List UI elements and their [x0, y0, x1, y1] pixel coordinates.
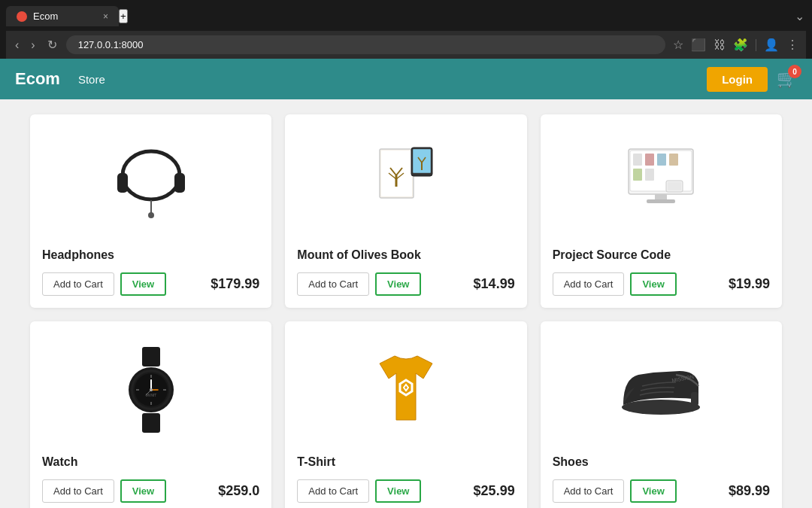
product-card-mount-of-olives-book: Mount of Olives Book Add to Cart View $1… — [285, 114, 526, 308]
browser-tabs: Ecom × + ⌄ — [6, 6, 806, 26]
tab-label: Ecom — [33, 11, 58, 22]
forward-button[interactable]: › — [28, 37, 38, 53]
product-name-mount-of-olives-book: Mount of Olives Book — [297, 248, 514, 262]
extensions-icon[interactable]: 🧩 — [732, 36, 750, 53]
address-bar[interactable] — [66, 35, 665, 54]
product-price-project-source-code: $19.99 — [729, 276, 770, 292]
navbar-right: Login 🛒 0 — [707, 67, 797, 92]
svg-point-4 — [148, 212, 154, 218]
svg-point-44 — [150, 388, 153, 391]
svg-rect-1 — [117, 173, 128, 193]
product-card-project-source-code: Project Source Code Add to Cart View $19… — [541, 114, 782, 308]
product-image-svg-watch: MVMT — [102, 341, 200, 439]
svg-rect-23 — [669, 154, 678, 166]
product-price-mount-of-olives-book: $14.99 — [474, 276, 515, 292]
view-button-tshirt[interactable]: View — [375, 479, 421, 503]
product-image-shoes: MISSION — [553, 333, 770, 446]
new-tab-button[interactable]: + — [119, 9, 128, 23]
browser-toolbar: ‹ › ↻ ☆ ⬛ ⛓ 🧩 👤 ⋮ — [6, 31, 806, 59]
add-to-cart-button-shoes[interactable]: Add to Cart — [553, 479, 625, 503]
add-to-cart-button-watch[interactable]: Add to Cart — [42, 479, 114, 503]
svg-rect-27 — [647, 199, 675, 203]
product-image-headphones — [42, 126, 259, 239]
svg-rect-29 — [668, 182, 681, 190]
product-card-watch: MVMT Watch Add to Cart View $259.0 — [30, 321, 271, 508]
svg-rect-20 — [633, 154, 642, 166]
view-button-mount-of-olives-book[interactable]: View — [375, 272, 421, 296]
svg-rect-31 — [142, 413, 160, 433]
tab-close-icon[interactable]: × — [103, 11, 108, 22]
svg-point-0 — [123, 151, 180, 199]
product-name-project-source-code: Project Source Code — [553, 248, 770, 262]
extension-icon[interactable]: ⬛ — [689, 36, 707, 53]
product-actions-headphones: Add to Cart View $179.99 — [42, 272, 259, 296]
browser-menu-dots[interactable]: ⋮ — [785, 36, 800, 53]
browser-menu-icon[interactable]: ⌄ — [793, 8, 806, 24]
active-tab[interactable]: Ecom × — [6, 6, 119, 26]
bookmark-icon[interactable]: ☆ — [671, 36, 685, 53]
svg-point-46 — [622, 400, 700, 415]
cart-badge: 0 — [788, 65, 801, 78]
svg-rect-25 — [645, 169, 654, 181]
svg-rect-22 — [657, 154, 666, 166]
svg-rect-48 — [691, 392, 698, 406]
browser-chrome: Ecom × + ⌄ ‹ › ↻ ☆ ⬛ ⛓ 🧩 👤 ⋮ — [0, 0, 812, 59]
product-image-svg-project-source-code — [612, 134, 710, 232]
store-nav-link[interactable]: Store — [78, 73, 105, 86]
app-brand-link[interactable]: Ecom — [15, 69, 60, 89]
svg-rect-21 — [645, 154, 654, 166]
profile-icon[interactable]: 👤 — [762, 36, 780, 53]
view-button-headphones[interactable]: View — [120, 272, 166, 296]
login-button[interactable]: Login — [707, 67, 768, 92]
products-grid: Headphones Add to Cart View $179.99 — [30, 114, 782, 508]
toolbar-separator — [756, 39, 756, 51]
product-card-tshirt: T-Shirt Add to Cart View $25.99 — [285, 321, 526, 508]
svg-rect-2 — [174, 173, 185, 193]
add-to-cart-button-project-source-code[interactable]: Add to Cart — [553, 272, 625, 296]
product-image-watch: MVMT — [42, 333, 259, 446]
cart-button[interactable]: 🛒 0 — [777, 69, 797, 89]
view-button-shoes[interactable]: View — [630, 479, 676, 503]
product-image-svg-tshirt — [357, 341, 455, 439]
product-price-tshirt: $25.99 — [474, 483, 515, 499]
product-actions-shoes: Add to Cart View $89.99 — [553, 479, 770, 503]
product-price-headphones: $179.99 — [211, 276, 259, 292]
product-card-headphones: Headphones Add to Cart View $179.99 — [30, 114, 271, 308]
product-name-tshirt: T-Shirt — [297, 455, 514, 469]
tab-favicon — [17, 11, 27, 22]
product-price-shoes: $89.99 — [729, 483, 770, 499]
product-actions-watch: Add to Cart View $259.0 — [42, 479, 259, 503]
view-button-watch[interactable]: View — [120, 479, 166, 503]
svg-text:MVMT: MVMT — [145, 393, 156, 397]
svg-rect-24 — [633, 169, 642, 181]
product-image-svg-shoes: MISSION — [612, 341, 710, 439]
view-button-project-source-code[interactable]: View — [630, 272, 676, 296]
add-to-cart-button-tshirt[interactable]: Add to Cart — [297, 479, 369, 503]
product-image-mount-of-olives-book — [297, 126, 514, 239]
svg-rect-26 — [655, 194, 667, 200]
product-image-project-source-code — [553, 126, 770, 239]
product-image-svg-headphones — [102, 134, 200, 232]
svg-rect-6 — [381, 151, 412, 196]
product-card-shoes: MISSION Shoes Add to Cart View $89.99 — [541, 321, 782, 508]
refresh-button[interactable]: ↻ — [44, 36, 60, 53]
add-to-cart-button-mount-of-olives-book[interactable]: Add to Cart — [297, 272, 369, 296]
product-image-svg-mount-of-olives-book — [357, 134, 455, 232]
product-actions-mount-of-olives-book: Add to Cart View $14.99 — [297, 272, 514, 296]
product-name-shoes: Shoes — [553, 455, 770, 469]
product-price-watch: $259.0 — [218, 483, 259, 499]
share-icon[interactable]: ⛓ — [712, 37, 727, 53]
add-to-cart-button-headphones[interactable]: Add to Cart — [42, 272, 114, 296]
product-actions-project-source-code: Add to Cart View $19.99 — [553, 272, 770, 296]
app-navbar: Ecom Store Login 🛒 0 — [0, 59, 812, 99]
product-actions-tshirt: Add to Cart View $25.99 — [297, 479, 514, 503]
product-name-headphones: Headphones — [42, 248, 259, 262]
product-name-watch: Watch — [42, 455, 259, 469]
browser-toolbar-icons: ☆ ⬛ ⛓ 🧩 👤 ⋮ — [671, 36, 800, 53]
product-image-tshirt — [297, 333, 514, 446]
back-button[interactable]: ‹ — [12, 37, 22, 53]
svg-rect-30 — [142, 347, 160, 367]
main-content: Headphones Add to Cart View $179.99 — [0, 99, 812, 508]
